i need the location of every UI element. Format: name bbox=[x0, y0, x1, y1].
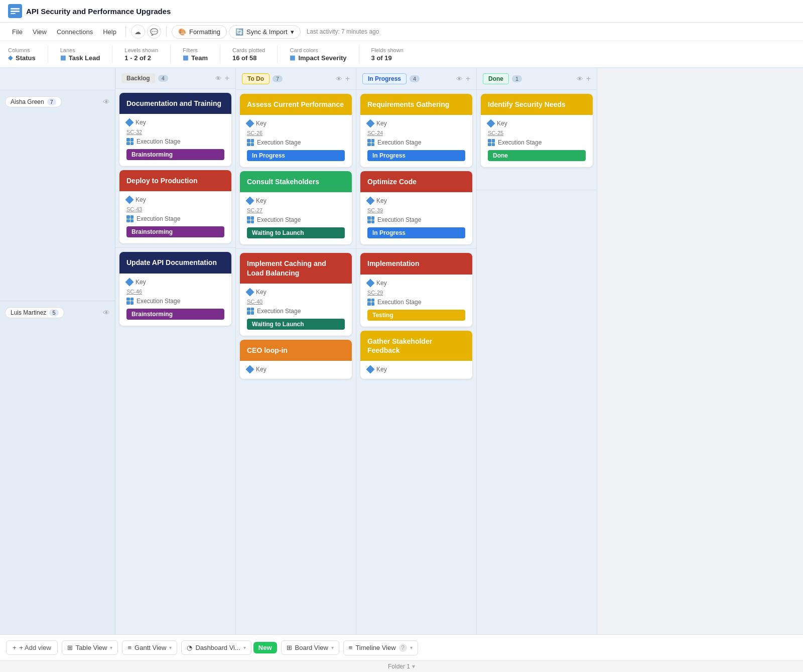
toolbar-filters-value[interactable]: ▦ Team bbox=[183, 54, 208, 62]
menu-file[interactable]: File bbox=[8, 26, 27, 38]
update-api-status: Brainstorming bbox=[126, 309, 224, 320]
backlog-hide-icon[interactable]: 👁 bbox=[215, 75, 222, 82]
tab-board-view[interactable]: ⊞ Board View ▾ bbox=[281, 640, 339, 655]
todo-hide-icon[interactable]: 👁 bbox=[336, 75, 342, 83]
tab-table-view[interactable]: ⊞ Table View ▾ bbox=[62, 640, 118, 655]
deploy-key-val[interactable]: SC-43 bbox=[126, 206, 224, 212]
identify-key-val[interactable]: SC-25 bbox=[488, 130, 586, 136]
card-identify-title: Identify Security Needs bbox=[488, 100, 586, 109]
done-lane1-cell: Identify Security Needs Key SC-25 bbox=[477, 90, 597, 190]
toolbar: Columns ◆ Status Lanes ▦ Task Lead Level… bbox=[0, 41, 803, 68]
toolbar-fields-value[interactable]: 3 of 19 bbox=[371, 54, 404, 62]
toolbar-levels-value[interactable]: 1 - 2 of 2 bbox=[124, 54, 158, 62]
card-identify-header: Identify Security Needs bbox=[481, 94, 593, 115]
card-ceo-body: Key bbox=[240, 361, 352, 379]
chat-icon[interactable]: 💬 bbox=[147, 25, 161, 39]
stage-icon-9 bbox=[367, 216, 374, 223]
timeline-chevron-icon: ▾ bbox=[410, 645, 413, 650]
toolbar-div-1 bbox=[48, 45, 48, 63]
stage-icon bbox=[126, 138, 133, 145]
consult-key-val[interactable]: SC-27 bbox=[247, 207, 345, 213]
column-done-header: Done 1 👁 + bbox=[477, 68, 597, 90]
card-doc-training-stage-field: Execution Stage bbox=[126, 138, 224, 145]
key-icon-11 bbox=[366, 365, 375, 373]
doc-training-key-val[interactable]: SC-32 bbox=[126, 129, 224, 135]
column-todo: To Do 7 👁 + Assess Current Performance bbox=[236, 68, 356, 634]
cloud-icon[interactable]: ☁ bbox=[131, 25, 145, 39]
todo-lane2-cell: Implement Caching and Load Balancing Key… bbox=[236, 249, 356, 634]
card-update-api-stage-field: Execution Stage bbox=[126, 298, 224, 305]
toolbar-colors-value[interactable]: ▦ Impact Severity bbox=[290, 54, 346, 62]
card-caching: Implement Caching and Load Balancing Key… bbox=[240, 253, 352, 335]
app-logo bbox=[8, 4, 22, 18]
inprogress-count: 4 bbox=[410, 75, 420, 82]
tab-timeline-view[interactable]: ≡ Timeline View ? ▾ bbox=[343, 640, 418, 655]
update-api-key-val[interactable]: SC-46 bbox=[126, 289, 224, 295]
lane-2-person-name: Luis Martinez bbox=[11, 309, 46, 316]
card-deploy-stage-field: Execution Stage bbox=[126, 215, 224, 222]
card-gather-key-field: Key bbox=[367, 366, 465, 373]
lane-2-hide-icon[interactable]: 👁 bbox=[103, 309, 110, 317]
card-doc-training-key-field: Key bbox=[126, 119, 224, 126]
key-icon-4 bbox=[246, 119, 254, 128]
card-assess-key-field: Key bbox=[247, 120, 345, 127]
folder-chevron-icon[interactable]: ▾ bbox=[412, 663, 415, 670]
column-done: Done 1 👁 + Identify Security Needs bbox=[477, 68, 597, 634]
card-doc-training: Documentation and Training Key SC-32 bbox=[119, 93, 231, 166]
menu-connections[interactable]: Connections bbox=[53, 26, 97, 38]
toolbar-fields-label: Fields shown bbox=[371, 47, 404, 53]
menu-help[interactable]: Help bbox=[99, 26, 120, 38]
tab-gantt-view[interactable]: ≡ Gantt View ▾ bbox=[122, 640, 177, 655]
card-ceo-header: CEO loop-in bbox=[240, 340, 352, 361]
toolbar-cards-value[interactable]: 16 of 58 bbox=[232, 54, 265, 62]
done-hide-icon[interactable]: 👁 bbox=[577, 75, 583, 83]
inprogress-hide-icon[interactable]: 👁 bbox=[456, 75, 463, 83]
card-deploy: Deploy to Production Key SC-43 bbox=[119, 170, 231, 243]
tab-dashboard-view[interactable]: ◔ Dashboard Vi... ▾ bbox=[181, 640, 251, 655]
impl-key-val[interactable]: SC-29 bbox=[367, 290, 465, 296]
assess-key-val[interactable]: SC-26 bbox=[247, 130, 345, 136]
card-gather-title: Gather Stakeholder Feedback bbox=[367, 337, 465, 355]
key-icon bbox=[125, 118, 134, 127]
card-requirements-body: Key SC-24 Execution Stage bbox=[360, 115, 472, 167]
page-title: API Security and Performance Upgrades bbox=[26, 7, 171, 16]
sync-import-button[interactable]: 🔄 Sync & Import ▾ bbox=[229, 25, 301, 39]
lane-1-hide-icon[interactable]: 👁 bbox=[103, 98, 110, 106]
toolbar-div-3 bbox=[170, 45, 171, 63]
key-icon-2 bbox=[125, 196, 134, 204]
done-add-icon[interactable]: + bbox=[586, 74, 591, 83]
inprogress-add-icon[interactable]: + bbox=[466, 74, 470, 83]
stage-icon-2 bbox=[126, 215, 133, 222]
card-update-api: Update API Documentation Key SC-46 bbox=[119, 252, 231, 325]
card-consult-title: Consult Stakeholders bbox=[247, 177, 345, 186]
card-deploy-key-field: Key bbox=[126, 196, 224, 203]
toolbar-levels: Levels shown 1 - 2 of 2 bbox=[124, 47, 158, 62]
lane-2-count: 5 bbox=[49, 309, 58, 316]
card-doc-training-title: Documentation and Training bbox=[126, 99, 224, 108]
toolbar-columns-value[interactable]: ◆ Status bbox=[8, 54, 36, 62]
todo-add-icon[interactable]: + bbox=[345, 74, 350, 83]
formatting-button[interactable]: 🎨 Formatting bbox=[172, 25, 227, 39]
card-caching-key-field: Key bbox=[247, 289, 345, 296]
opt-key-val[interactable]: SC-39 bbox=[367, 207, 465, 213]
help-icon[interactable]: ? bbox=[399, 644, 407, 652]
lane-1-label-cell: Aisha Green 7 👁 bbox=[0, 90, 115, 301]
key-icon-12 bbox=[487, 119, 495, 128]
caching-key-val[interactable]: SC-40 bbox=[247, 299, 345, 305]
add-view-button[interactable]: + + Add view bbox=[6, 640, 58, 655]
gantt-view-label: Gantt View bbox=[135, 644, 166, 651]
toolbar-lanes-value[interactable]: ▦ Task Lead bbox=[60, 54, 100, 62]
stage-icon-8 bbox=[367, 139, 374, 146]
menu-view[interactable]: View bbox=[29, 26, 51, 38]
req-key-val[interactable]: SC-24 bbox=[367, 130, 465, 136]
backlog-add-icon[interactable]: + bbox=[225, 74, 229, 83]
done-badge: Done bbox=[483, 73, 509, 84]
menu-divider-2 bbox=[166, 27, 167, 37]
last-activity: Last activity: 7 minutes ago bbox=[307, 28, 379, 35]
card-req-key-field: Key bbox=[367, 120, 465, 127]
card-impl-title: Implementation bbox=[367, 259, 465, 268]
toolbar-fields: Fields shown 3 of 19 bbox=[371, 47, 404, 62]
card-impl-stage-field: Execution Stage bbox=[367, 299, 465, 306]
lane-1-person-badge: Aisha Green 7 bbox=[5, 96, 62, 107]
card-optimize: Optimize Code Key SC-39 bbox=[360, 171, 472, 244]
